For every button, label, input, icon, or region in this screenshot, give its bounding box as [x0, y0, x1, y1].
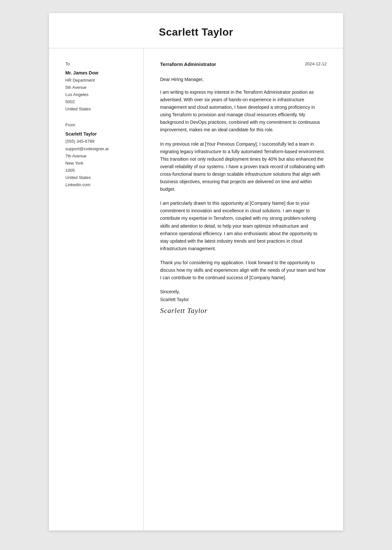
signature-name: Scarlett Taylor — [160, 296, 327, 304]
paragraph-4: Thank you for considering my application… — [160, 259, 327, 282]
recipient-line2: 5th Avenue — [65, 84, 134, 91]
from-section: From Scarlett Taylor (555) 345-6789 supp… — [65, 122, 134, 188]
paragraph-2: In my previous role at [Your Previous Co… — [160, 140, 327, 193]
applicant-name: Scarlett Taylor — [69, 26, 323, 38]
paragraph-1: I am writing to express my interest in t… — [160, 89, 327, 134]
paragraph-3: I am particularly drawn to this opportun… — [160, 200, 327, 252]
closing-text: Sincerely, — [160, 288, 327, 296]
sender-linkedin: Linkedin.com — [65, 181, 134, 188]
recipient-line3: Los Angeles — [65, 91, 134, 98]
right-column: Terraform Administrator 2024-12-12 Dear … — [144, 48, 343, 530]
left-column: To Mr. James Dow HR Department 5th Avenu… — [49, 48, 144, 530]
main-content: To Mr. James Dow HR Department 5th Avenu… — [49, 48, 343, 530]
recipient-line5: United States — [65, 105, 134, 113]
sender-street: 7th Avenue — [65, 153, 134, 160]
recipient-line1: HR Department — [65, 77, 134, 84]
sender-zip: 1005 — [65, 167, 134, 174]
sender-city: New York — [65, 160, 134, 167]
job-title: Terraform Administrator — [160, 61, 216, 67]
cover-letter-page: Scarlett Taylor To Mr. James Dow HR Depa… — [49, 13, 343, 530]
sender-name: Scarlett Taylor — [65, 131, 134, 137]
sender-country: United States — [65, 174, 134, 181]
from-label: From — [65, 122, 134, 127]
signature-cursive: Scarlett Taylor — [160, 306, 327, 315]
date: 2024-12-12 — [305, 61, 327, 66]
greeting: Dear Hiring Manager, — [160, 77, 327, 82]
closing-section: Sincerely, Scarlett Taylor Scarlett Tayl… — [160, 288, 327, 315]
to-section: To Mr. James Dow HR Department 5th Avenu… — [65, 61, 134, 113]
to-label: To — [65, 61, 134, 66]
recipient-line4: 5002 — [65, 98, 134, 105]
sender-phone: (555) 345-6789 — [65, 138, 134, 145]
header-section: Scarlett Taylor — [49, 13, 343, 48]
right-header: Terraform Administrator 2024-12-12 — [160, 61, 327, 67]
sender-email: support@cvdesigner.ai — [65, 145, 134, 153]
recipient-name: Mr. James Dow — [65, 70, 134, 75]
